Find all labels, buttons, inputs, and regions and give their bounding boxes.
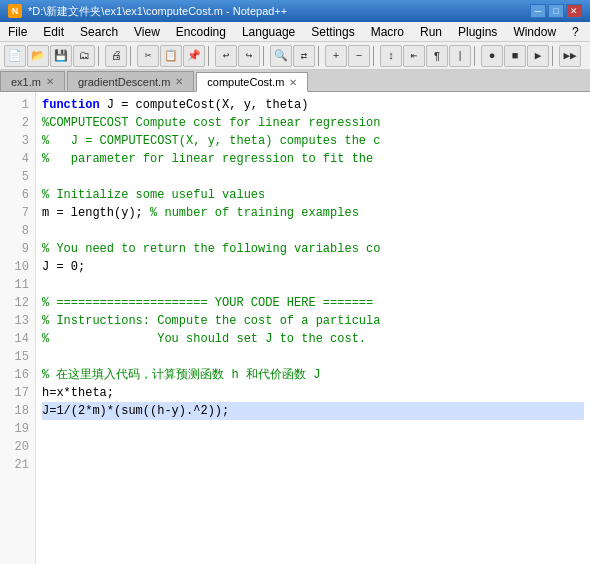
menu-run[interactable]: Run: [412, 23, 450, 41]
toolbar-sep-1: [98, 46, 102, 66]
menu-file[interactable]: File: [0, 23, 35, 41]
tab-ex1[interactable]: ex1.m ✕: [0, 71, 65, 91]
toolbar-sep-3: [208, 46, 212, 66]
title-bar: N *D:\新建文件夹\ex1\ex1\computeCost.m - Note…: [0, 0, 590, 22]
menu-language[interactable]: Language: [234, 23, 303, 41]
tab-computecost[interactable]: computeCost.m ✕: [196, 72, 308, 92]
tab-computecost-close[interactable]: ✕: [289, 77, 297, 88]
menu-bar: File Edit Search View Encoding Language …: [0, 22, 590, 42]
wordwrap-button[interactable]: ⇤: [403, 45, 425, 67]
zoom-in-button[interactable]: +: [325, 45, 347, 67]
menu-search[interactable]: Search: [72, 23, 126, 41]
window-controls: ─ □ ✕: [530, 4, 582, 18]
menu-view[interactable]: View: [126, 23, 168, 41]
toolbar-sep-4: [263, 46, 267, 66]
redo-button[interactable]: ↪: [238, 45, 260, 67]
menu-plugins[interactable]: Plugins: [450, 23, 505, 41]
menu-settings[interactable]: Settings: [303, 23, 362, 41]
find-button[interactable]: 🔍: [270, 45, 292, 67]
maximize-button[interactable]: □: [548, 4, 564, 18]
code-editor[interactable]: function J = computeCost(X, y, theta) %C…: [36, 92, 590, 564]
app-icon: N: [8, 4, 22, 18]
toolbar: 📄 📂 💾 🗂 🖨 ✂ 📋 📌 ↩ ↪ 🔍 ⇄ + − ↕ ⇤ ¶ | ● ■ …: [0, 42, 590, 70]
menu-window[interactable]: Window: [505, 23, 564, 41]
close-button[interactable]: ✕: [566, 4, 582, 18]
sync-scroll-button[interactable]: ↕: [380, 45, 402, 67]
tab-ex1-close[interactable]: ✕: [46, 76, 54, 87]
tab-gradientdescent-label: gradientDescent.m: [78, 76, 170, 88]
line-numbers: 1 2 3 4 5 6 7 8 9 10 11 12 13 14 15 16 1…: [0, 92, 36, 564]
tab-gradientdescent[interactable]: gradientDescent.m ✕: [67, 71, 194, 91]
save-all-button[interactable]: 🗂: [73, 45, 95, 67]
tab-bar: ex1.m ✕ gradientDescent.m ✕ computeCost.…: [0, 70, 590, 92]
tab-computecost-label: computeCost.m: [207, 76, 284, 88]
replace-button[interactable]: ⇄: [293, 45, 315, 67]
macro-play-button[interactable]: ▶: [527, 45, 549, 67]
cut-button[interactable]: ✂: [137, 45, 159, 67]
save-button[interactable]: 💾: [50, 45, 72, 67]
menu-macro[interactable]: Macro: [363, 23, 412, 41]
toolbar-sep-2: [130, 46, 134, 66]
copy-button[interactable]: 📋: [160, 45, 182, 67]
allchars-button[interactable]: ¶: [426, 45, 448, 67]
macro-stop-button[interactable]: ■: [504, 45, 526, 67]
indent-guide-button[interactable]: |: [449, 45, 471, 67]
open-button[interactable]: 📂: [27, 45, 49, 67]
paste-button[interactable]: 📌: [183, 45, 205, 67]
new-button[interactable]: 📄: [4, 45, 26, 67]
toolbar-sep-5: [318, 46, 322, 66]
menu-encoding[interactable]: Encoding: [168, 23, 234, 41]
tab-gradientdescent-close[interactable]: ✕: [175, 76, 183, 87]
macro-rec-button[interactable]: ●: [481, 45, 503, 67]
zoom-out-button[interactable]: −: [348, 45, 370, 67]
run-button[interactable]: ▶▶: [559, 45, 581, 67]
code-area[interactable]: 1 2 3 4 5 6 7 8 9 10 11 12 13 14 15 16 1…: [0, 92, 590, 564]
tab-ex1-label: ex1.m: [11, 76, 41, 88]
undo-button[interactable]: ↩: [215, 45, 237, 67]
print-button[interactable]: 🖨: [105, 45, 127, 67]
minimize-button[interactable]: ─: [530, 4, 546, 18]
menu-edit[interactable]: Edit: [35, 23, 72, 41]
toolbar-sep-7: [474, 46, 478, 66]
toolbar-sep-8: [552, 46, 556, 66]
menu-help[interactable]: ?: [564, 23, 587, 41]
toolbar-sep-6: [373, 46, 377, 66]
window-title: *D:\新建文件夹\ex1\ex1\computeCost.m - Notepa…: [28, 4, 287, 19]
